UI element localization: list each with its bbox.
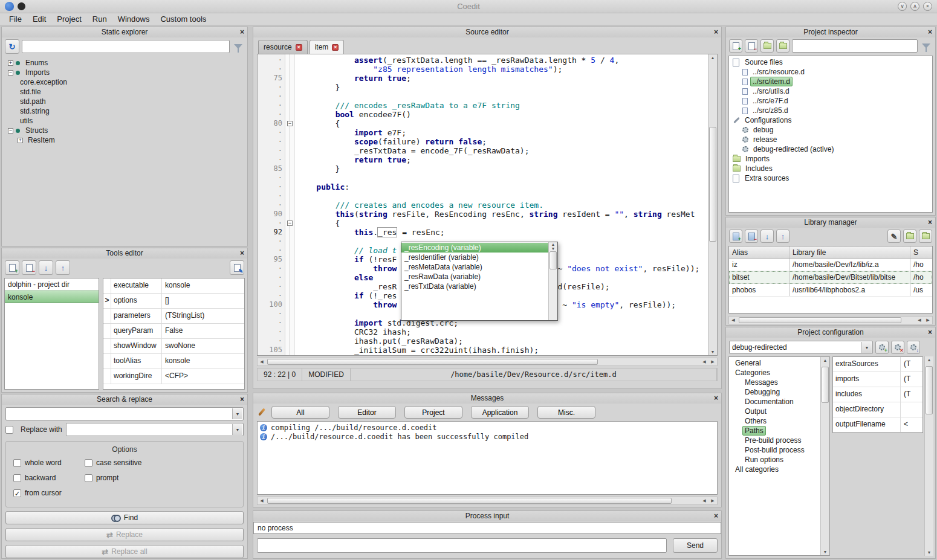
move-tool-up-button[interactable]: ↑ xyxy=(56,260,70,275)
tab-close-icon[interactable]: × xyxy=(296,44,302,51)
messages-filter-all[interactable]: All xyxy=(271,406,329,419)
project-tree-item-debug[interactable]: debug xyxy=(729,125,932,135)
sync-configuration-button[interactable]: ↓ xyxy=(907,341,920,354)
remove-source-button[interactable]: − xyxy=(745,39,758,53)
scroll-left-icon[interactable]: ◀ xyxy=(915,318,924,323)
static-explorer-search-input[interactable] xyxy=(22,40,230,53)
static-explorer-item-utils[interactable]: utils xyxy=(4,116,245,126)
project-tree-item-src-e7f-d[interactable]: ../src/e7F.d xyxy=(729,96,932,106)
property-value[interactable] xyxy=(901,402,922,417)
config-category-pre-build-process[interactable]: Pre-build process xyxy=(729,436,820,445)
editor-vertical-scrollbar[interactable]: ▲ ▼ xyxy=(708,54,717,355)
replace-all-button[interactable]: ⇄Replace all xyxy=(5,545,244,558)
collapse-icon[interactable]: − xyxy=(8,70,13,76)
library-row-iz[interactable]: iz/home/basile/Dev/Iz/lib/iz.a/ho xyxy=(729,259,932,271)
option-whole-word[interactable]: whole word xyxy=(13,459,85,467)
close-panel-icon[interactable]: × xyxy=(714,393,718,404)
tools-list-item-konsole[interactable]: konsole xyxy=(5,291,99,303)
send-button[interactable]: Send xyxy=(673,538,718,553)
add-source-button[interactable]: + xyxy=(729,39,742,53)
scroll-left-icon[interactable]: ◀ xyxy=(729,318,738,323)
add-tool-button[interactable]: + xyxy=(5,260,19,275)
edit-library-button[interactable]: ✎ xyxy=(887,230,901,243)
property-value[interactable]: (T xyxy=(901,372,922,387)
property-value[interactable]: < xyxy=(901,417,922,432)
property-value[interactable]: (TStringList) xyxy=(162,309,244,323)
static-explorer-item-enums[interactable]: +Enums xyxy=(4,58,245,68)
messages-filter-application[interactable]: Application xyxy=(471,406,529,419)
option-backward[interactable]: backward xyxy=(13,474,85,482)
add-folder-button[interactable] xyxy=(760,39,774,53)
project-tree-item-release[interactable]: release xyxy=(729,135,932,144)
add-library-button[interactable]: + xyxy=(729,230,742,243)
project-tree-item-src-resource-d[interactable]: ../src/resource.d xyxy=(729,67,932,77)
property-row-showwindow[interactable]: showWindowswoNone xyxy=(103,339,244,354)
completion-item-resmetadata-variable[interactable]: _resMetaData (variable) xyxy=(401,262,548,272)
config-property-row-includes[interactable]: includes(T xyxy=(833,387,922,402)
grid-scrollbar[interactable]: ▲ ▼ xyxy=(924,356,933,556)
library-row-phobos[interactable]: phobos/usr/lib64/libphobos2.a/us xyxy=(729,284,932,297)
static-explorer-item-resitem[interactable]: +ResItem xyxy=(4,135,245,145)
option-prompt[interactable]: prompt xyxy=(85,474,243,482)
library-row-bitset[interactable]: bitset/home/basile/Dev/Bitset/lib/bitse/… xyxy=(729,271,932,284)
property-row-queryparam[interactable]: queryParamFalse xyxy=(103,324,244,339)
remove-library-button[interactable]: − xyxy=(745,230,758,243)
scroll-left-icon[interactable]: ◀ xyxy=(700,359,708,364)
menu-file[interactable]: File xyxy=(4,13,27,25)
dropdown-icon[interactable]: ▼ xyxy=(232,424,242,435)
project-tree-item-configurations[interactable]: Configurations xyxy=(729,115,932,125)
process-input-field[interactable] xyxy=(257,538,667,553)
completion-item-residentifier-variable[interactable]: _resIdentifier (variable) xyxy=(401,253,548,262)
project-tree-item-src-utils-d[interactable]: ../src/utils.d xyxy=(729,86,932,96)
maximize-button[interactable]: ∧ xyxy=(910,2,919,11)
scroll-left-icon[interactable]: ◀ xyxy=(258,359,266,364)
close-panel-icon[interactable]: × xyxy=(240,27,244,37)
editor-tab-item[interactable]: item× xyxy=(310,40,345,54)
dropdown-icon[interactable]: ▼ xyxy=(861,342,872,353)
menu-edit[interactable]: Edit xyxy=(27,13,51,25)
static-explorer-item-std-path[interactable]: std.path xyxy=(4,97,245,106)
scroll-up-icon[interactable]: ▲ xyxy=(925,358,933,362)
menu-windows[interactable]: Windows xyxy=(112,13,155,25)
clone-tool-button[interactable]: ✎ xyxy=(230,260,244,275)
message-item[interactable]: icompiling /.../build/resource.d.coedit xyxy=(258,423,717,432)
move-library-down-button[interactable]: ↓ xyxy=(760,230,774,243)
config-category-post-build-process[interactable]: Post-build process xyxy=(729,445,820,455)
popup-scrollbar[interactable]: ▲ ▼ xyxy=(548,242,557,320)
dropdown-icon[interactable]: ▼ xyxy=(232,408,242,419)
config-category-output[interactable]: Output xyxy=(729,407,820,416)
message-item[interactable]: i/.../build/resource.d.coedit has been s… xyxy=(258,432,717,441)
scroll-down-icon[interactable]: ▼ xyxy=(551,246,556,251)
library-column-header-s[interactable]: S xyxy=(910,246,932,258)
configuration-combobox[interactable]: debug-redirected▼ xyxy=(729,341,873,354)
library-from-folder-button[interactable] xyxy=(903,230,916,243)
property-value[interactable]: [] xyxy=(162,294,244,308)
editor-horizontal-scrollbar[interactable]: ◀ ◀▶ xyxy=(257,358,718,366)
checkbox[interactable] xyxy=(13,474,21,482)
tab-close-icon[interactable]: × xyxy=(332,44,339,51)
move-tool-down-button[interactable]: ↓ xyxy=(39,260,53,275)
categories-scrollbar[interactable]: ▲ ▼ xyxy=(820,357,829,555)
property-row-options[interactable]: >options[] xyxy=(103,294,244,309)
refresh-button[interactable]: ↻ xyxy=(5,39,19,54)
menu-project[interactable]: Project xyxy=(51,13,86,25)
library-horizontal-scrollbar[interactable]: ◀ ◀▶ xyxy=(728,316,933,324)
static-explorer-item-std-string[interactable]: std.string xyxy=(4,106,245,116)
close-panel-icon[interactable]: × xyxy=(714,511,718,521)
close-panel-icon[interactable]: × xyxy=(714,27,718,37)
property-value[interactable]: False xyxy=(162,324,244,338)
config-category-documentation[interactable]: Documentation xyxy=(729,397,820,407)
config-property-row-extrasources[interactable]: extraSources(T xyxy=(833,357,922,372)
scroll-up-icon[interactable]: ▲ xyxy=(551,242,556,246)
add-configuration-button[interactable]: + xyxy=(875,341,889,354)
config-category-messages[interactable]: Messages xyxy=(729,378,820,387)
scroll-up-icon[interactable]: ▲ xyxy=(821,358,829,362)
completion-item-resrawdata-variable[interactable]: _resRawData (variable) xyxy=(401,272,548,282)
static-explorer-item-structs[interactable]: −Structs xyxy=(4,126,245,135)
scroll-right-icon[interactable]: ▶ xyxy=(924,318,932,323)
project-tree-item-extra-sources[interactable]: Extra sources xyxy=(729,173,932,183)
property-row-parameters[interactable]: parameters(TStringList) xyxy=(103,309,244,324)
filter-icon[interactable] xyxy=(234,44,242,49)
property-value[interactable]: <CFP> xyxy=(162,369,244,384)
property-value[interactable]: (T xyxy=(901,357,922,372)
